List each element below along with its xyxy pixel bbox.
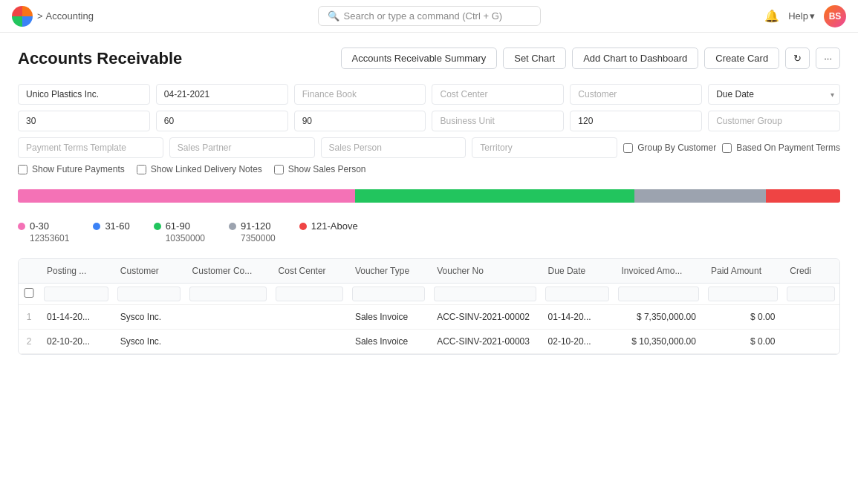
cost-center-input[interactable]	[432, 84, 564, 105]
payment-terms-input[interactable]	[18, 137, 163, 158]
customer-group-input[interactable]	[708, 111, 840, 131]
filter-cost-input[interactable]	[276, 287, 343, 301]
summary-button[interactable]: Accounts Receivable Summary	[341, 48, 498, 69]
aging-120-input[interactable]	[570, 111, 702, 131]
col-paid-amount[interactable]: Paid Amount	[703, 259, 782, 284]
cell-due-2: 02-10-20...	[541, 330, 614, 354]
table-row[interactable]: 2 02-10-20... Sysco Inc. Sales Invoice A…	[19, 330, 839, 354]
breadcrumb-app[interactable]: Accounting	[46, 10, 94, 22]
col-posting-date[interactable]: Posting ...	[39, 259, 113, 284]
show-sales-person-label[interactable]: Show Sales Person	[274, 164, 366, 174]
cell-vtype-1: Sales Invoice	[348, 305, 429, 330]
cell-invoiced-1: $ 7,350,000.00	[614, 305, 703, 330]
filter-code-input[interactable]	[189, 287, 267, 301]
refresh-button[interactable]: ↻	[785, 48, 810, 69]
cell-vtype-2: Sales Invoice	[348, 330, 429, 354]
legend-dot-121-above	[299, 223, 307, 230]
show-future-payments-label[interactable]: Show Future Payments	[18, 164, 125, 174]
col-voucher-type[interactable]: Voucher Type	[348, 259, 429, 284]
legend-121-above: 121-Above	[299, 220, 358, 243]
cell-posting-1: 01-14-20...	[39, 305, 113, 330]
sales-partner-input[interactable]	[169, 137, 315, 158]
filter-row-1: Due Date Posting Date ▾	[18, 84, 840, 105]
topnav: > Accounting 🔍 Search or type a command …	[0, 0, 858, 33]
finance-book-input[interactable]	[294, 84, 426, 105]
show-sales-person-checkbox[interactable]	[274, 165, 284, 174]
search-bar[interactable]: 🔍 Search or type a command (Ctrl + G)	[318, 6, 541, 26]
legend-label-31-60: 31-60	[105, 220, 129, 232]
group-by-customer-checkbox[interactable]	[623, 143, 633, 153]
col-cost-center[interactable]: Cost Center	[271, 259, 348, 284]
breadcrumb: > Accounting	[37, 10, 94, 22]
table-row[interactable]: 1 01-14-20... Sysco Inc. Sales Invoice A…	[19, 305, 839, 330]
sales-person-input[interactable]	[321, 137, 467, 158]
business-unit-input[interactable]	[432, 111, 564, 131]
legend-label-91-120: 91-120	[241, 220, 270, 232]
more-options-button[interactable]: ···	[816, 48, 840, 69]
chart-area: 0-30 12353601 31-60 61-90 10350000	[18, 189, 840, 243]
filter-row-2	[18, 111, 840, 131]
group-by-customer-label: Group By Customer	[637, 143, 716, 153]
filter-row-4: Show Future Payments Show Linked Deliver…	[18, 164, 840, 174]
col-credit[interactable]: Credi	[782, 259, 839, 284]
legend-31-60: 31-60	[93, 220, 129, 243]
col-customer-code[interactable]: Customer Co...	[185, 259, 271, 284]
filter-paid-input[interactable]	[708, 287, 778, 301]
cell-paid-2: $ 0.00	[703, 330, 782, 354]
show-future-payments-checkbox[interactable]	[18, 165, 27, 174]
from-date-input[interactable]	[156, 84, 288, 105]
due-date-select[interactable]: Due Date Posting Date	[708, 84, 840, 105]
search-icon: 🔍	[328, 10, 339, 22]
legend-label-0-30: 0-30	[30, 220, 49, 232]
set-chart-button[interactable]: Set Chart	[503, 48, 566, 69]
cell-vno-1: ACC-SINV-2021-00002	[429, 305, 540, 330]
legend-dot-0-30	[18, 223, 25, 230]
help-button[interactable]: Help ▾	[788, 10, 815, 22]
col-invoiced-amount[interactable]: Invoiced Amo...	[614, 259, 703, 284]
cell-invoiced-2: $ 10,350,000.00	[614, 330, 703, 354]
filter-customer-input[interactable]	[117, 287, 181, 301]
territory-input[interactable]	[472, 137, 617, 158]
show-future-payments-text: Show Future Payments	[32, 164, 125, 174]
chart-legend: 0-30 12353601 31-60 61-90 10350000	[18, 220, 840, 243]
based-on-payment-checkbox-label[interactable]: Based On Payment Terms	[722, 143, 840, 153]
party-input[interactable]	[18, 84, 150, 105]
aging-30-input[interactable]	[18, 111, 150, 131]
show-delivery-notes-checkbox[interactable]	[137, 165, 146, 174]
legend-dot-31-60	[93, 223, 100, 230]
show-delivery-notes-label[interactable]: Show Linked Delivery Notes	[137, 164, 262, 174]
filter-row-3: Group By Customer Based On Payment Terms	[18, 137, 840, 158]
aging-90-input[interactable]	[294, 111, 426, 131]
legend-value-121-above	[299, 233, 358, 243]
aging-60-input[interactable]	[156, 111, 288, 131]
legend-value-61-90: 10350000	[154, 233, 205, 243]
group-by-customer-checkbox-label[interactable]: Group By Customer	[623, 143, 716, 153]
filter-posting-input[interactable]	[44, 287, 108, 301]
chevron-down-icon: ▾	[810, 10, 815, 22]
filter-credit-input[interactable]	[787, 287, 835, 301]
filter-vno-input[interactable]	[434, 287, 536, 301]
col-due-date[interactable]: Due Date	[541, 259, 614, 284]
cell-customer-1: Sysco Inc.	[113, 305, 185, 330]
customer-input[interactable]	[570, 84, 702, 105]
main-content: Accounts Receivable Accounts Receivable …	[0, 33, 858, 370]
app-logo	[12, 6, 33, 27]
based-on-payment-checkbox[interactable]	[722, 143, 732, 153]
filter-cell-credit	[782, 284, 839, 305]
add-chart-button[interactable]: Add Chart to Dashboard	[572, 48, 698, 69]
col-customer[interactable]: Customer	[113, 259, 185, 284]
create-card-button[interactable]: Create Card	[704, 48, 779, 69]
filter-due-input[interactable]	[545, 287, 610, 301]
topnav-left: > Accounting	[12, 6, 94, 27]
filter-cell-vtype	[348, 284, 429, 305]
filter-inv-input[interactable]	[618, 287, 699, 301]
legend-dot-91-120	[229, 223, 236, 230]
select-all-checkbox[interactable]	[23, 288, 35, 298]
bar-61-90	[355, 189, 634, 203]
bar-0-30	[18, 189, 355, 203]
filter-cell-cost	[271, 284, 348, 305]
bell-icon[interactable]: 🔔	[764, 9, 779, 23]
cell-customer-2: Sysco Inc.	[113, 330, 185, 354]
col-voucher-no[interactable]: Voucher No	[429, 259, 540, 284]
filter-vtype-input[interactable]	[352, 287, 425, 301]
